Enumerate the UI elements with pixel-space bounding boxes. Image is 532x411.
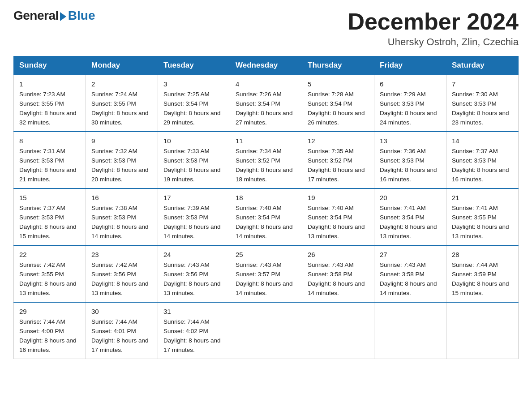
calendar-cell (302, 302, 374, 359)
calendar-cell: 2Sunrise: 7:24 AMSunset: 3:55 PMDaylight… (86, 75, 158, 132)
calendar-cell: 23Sunrise: 7:42 AMSunset: 3:56 PMDayligh… (86, 245, 158, 302)
calendar-cell: 21Sunrise: 7:41 AMSunset: 3:55 PMDayligh… (446, 188, 519, 245)
calendar-cell: 3Sunrise: 7:25 AMSunset: 3:54 PMDaylight… (158, 75, 230, 132)
calendar-table: SundayMondayTuesdayWednesdayThursdayFrid… (13, 56, 519, 359)
calendar-header-tuesday: Tuesday (158, 56, 230, 75)
cell-sunrise: Sunrise: 7:26 AMSunset: 3:54 PMDaylight:… (236, 91, 293, 126)
calendar-cell (446, 302, 519, 359)
cell-sunrise: Sunrise: 7:31 AMSunset: 3:53 PMDaylight:… (19, 148, 77, 183)
cell-sunrise: Sunrise: 7:40 AMSunset: 3:54 PMDaylight:… (236, 205, 293, 240)
calendar-cell: 26Sunrise: 7:43 AMSunset: 3:58 PMDayligh… (302, 245, 374, 302)
calendar-cell (230, 302, 302, 359)
calendar-cell: 29Sunrise: 7:44 AMSunset: 4:00 PMDayligh… (14, 302, 86, 359)
calendar-cell: 24Sunrise: 7:43 AMSunset: 3:56 PMDayligh… (158, 245, 230, 302)
day-number: 9 (91, 136, 152, 146)
day-number: 12 (308, 136, 369, 146)
day-number: 5 (308, 79, 369, 89)
cell-sunrise: Sunrise: 7:34 AMSunset: 3:52 PMDaylight:… (236, 148, 293, 183)
day-number: 24 (163, 249, 224, 260)
day-number: 6 (380, 79, 441, 89)
calendar-cell: 20Sunrise: 7:41 AMSunset: 3:54 PMDayligh… (374, 188, 446, 245)
cell-sunrise: Sunrise: 7:28 AMSunset: 3:54 PMDaylight:… (308, 91, 365, 126)
day-number: 3 (163, 79, 224, 89)
cell-sunrise: Sunrise: 7:36 AMSunset: 3:53 PMDaylight:… (380, 148, 437, 183)
day-number: 10 (163, 136, 224, 146)
calendar-cell: 5Sunrise: 7:28 AMSunset: 3:54 PMDaylight… (302, 75, 374, 132)
cell-sunrise: Sunrise: 7:43 AMSunset: 3:58 PMDaylight:… (380, 261, 437, 296)
cell-sunrise: Sunrise: 7:38 AMSunset: 3:53 PMDaylight:… (91, 205, 149, 240)
calendar-week-row: 22Sunrise: 7:42 AMSunset: 3:55 PMDayligh… (14, 245, 519, 302)
day-number: 22 (19, 249, 80, 260)
calendar-cell: 12Sunrise: 7:35 AMSunset: 3:52 PMDayligh… (302, 132, 374, 188)
calendar-cell: 25Sunrise: 7:43 AMSunset: 3:57 PMDayligh… (230, 245, 302, 302)
cell-sunrise: Sunrise: 7:37 AMSunset: 3:53 PMDaylight:… (19, 205, 77, 240)
cell-sunrise: Sunrise: 7:41 AMSunset: 3:55 PMDaylight:… (452, 205, 509, 240)
day-number: 7 (452, 79, 513, 89)
cell-sunrise: Sunrise: 7:35 AMSunset: 3:52 PMDaylight:… (308, 148, 365, 183)
day-number: 25 (236, 249, 296, 260)
cell-sunrise: Sunrise: 7:43 AMSunset: 3:56 PMDaylight:… (163, 261, 221, 296)
calendar-cell: 27Sunrise: 7:43 AMSunset: 3:58 PMDayligh… (374, 245, 446, 302)
page-header: General Blue December 2024 Uhersky Ostro… (13, 9, 519, 48)
calendar-header-wednesday: Wednesday (230, 56, 302, 75)
day-number: 2 (91, 79, 152, 89)
calendar-cell: 31Sunrise: 7:44 AMSunset: 4:02 PMDayligh… (158, 302, 230, 359)
calendar-header-sunday: Sunday (14, 56, 86, 75)
day-number: 26 (308, 249, 369, 260)
logo-arrow-icon (60, 12, 66, 21)
location-title: Uhersky Ostroh, Zlin, Czechia (348, 36, 519, 48)
cell-sunrise: Sunrise: 7:40 AMSunset: 3:54 PMDaylight:… (308, 205, 365, 240)
day-number: 23 (91, 249, 152, 260)
cell-sunrise: Sunrise: 7:44 AMSunset: 3:59 PMDaylight:… (452, 261, 509, 296)
calendar-cell: 14Sunrise: 7:37 AMSunset: 3:53 PMDayligh… (446, 132, 519, 188)
calendar-week-row: 1Sunrise: 7:23 AMSunset: 3:55 PMDaylight… (14, 75, 519, 132)
calendar-cell: 7Sunrise: 7:30 AMSunset: 3:53 PMDaylight… (446, 75, 519, 132)
day-number: 29 (19, 306, 80, 317)
logo-blue-text: Blue (68, 9, 95, 23)
day-number: 21 (452, 193, 513, 203)
cell-sunrise: Sunrise: 7:39 AMSunset: 3:53 PMDaylight:… (163, 205, 221, 240)
day-number: 8 (19, 136, 80, 146)
calendar-header-thursday: Thursday (302, 56, 374, 75)
cell-sunrise: Sunrise: 7:43 AMSunset: 3:57 PMDaylight:… (236, 261, 293, 296)
cell-sunrise: Sunrise: 7:33 AMSunset: 3:53 PMDaylight:… (163, 148, 221, 183)
cell-sunrise: Sunrise: 7:42 AMSunset: 3:55 PMDaylight:… (19, 261, 77, 296)
day-number: 11 (236, 136, 296, 146)
day-number: 31 (163, 306, 224, 317)
cell-sunrise: Sunrise: 7:25 AMSunset: 3:54 PMDaylight:… (163, 91, 221, 126)
calendar-cell: 30Sunrise: 7:44 AMSunset: 4:01 PMDayligh… (86, 302, 158, 359)
cell-sunrise: Sunrise: 7:32 AMSunset: 3:53 PMDaylight:… (91, 148, 149, 183)
day-number: 18 (236, 193, 296, 203)
calendar-cell: 11Sunrise: 7:34 AMSunset: 3:52 PMDayligh… (230, 132, 302, 188)
calendar-cell: 9Sunrise: 7:32 AMSunset: 3:53 PMDaylight… (86, 132, 158, 188)
day-number: 1 (19, 79, 80, 89)
day-number: 19 (308, 193, 369, 203)
day-number: 4 (236, 79, 296, 89)
day-number: 16 (91, 193, 152, 203)
calendar-week-row: 8Sunrise: 7:31 AMSunset: 3:53 PMDaylight… (14, 132, 519, 188)
day-number: 27 (380, 249, 441, 260)
calendar-week-row: 15Sunrise: 7:37 AMSunset: 3:53 PMDayligh… (14, 188, 519, 245)
calendar-cell: 17Sunrise: 7:39 AMSunset: 3:53 PMDayligh… (158, 188, 230, 245)
calendar-cell: 28Sunrise: 7:44 AMSunset: 3:59 PMDayligh… (446, 245, 519, 302)
cell-sunrise: Sunrise: 7:23 AMSunset: 3:55 PMDaylight:… (19, 91, 77, 126)
cell-sunrise: Sunrise: 7:24 AMSunset: 3:55 PMDaylight:… (91, 91, 149, 126)
logo: General Blue (13, 9, 95, 23)
cell-sunrise: Sunrise: 7:44 AMSunset: 4:00 PMDaylight:… (19, 318, 77, 353)
calendar-week-row: 29Sunrise: 7:44 AMSunset: 4:00 PMDayligh… (14, 302, 519, 359)
logo-general-text: General (13, 9, 59, 23)
cell-sunrise: Sunrise: 7:37 AMSunset: 3:53 PMDaylight:… (452, 148, 509, 183)
calendar-cell: 16Sunrise: 7:38 AMSunset: 3:53 PMDayligh… (86, 188, 158, 245)
day-number: 13 (380, 136, 441, 146)
calendar-cell: 22Sunrise: 7:42 AMSunset: 3:55 PMDayligh… (14, 245, 86, 302)
title-block: December 2024 Uhersky Ostroh, Zlin, Czec… (348, 9, 519, 48)
day-number: 15 (19, 193, 80, 203)
calendar-cell: 13Sunrise: 7:36 AMSunset: 3:53 PMDayligh… (374, 132, 446, 188)
calendar-header-saturday: Saturday (446, 56, 519, 75)
calendar-cell: 1Sunrise: 7:23 AMSunset: 3:55 PMDaylight… (14, 75, 86, 132)
calendar-cell: 4Sunrise: 7:26 AMSunset: 3:54 PMDaylight… (230, 75, 302, 132)
day-number: 14 (452, 136, 513, 146)
calendar-cell: 19Sunrise: 7:40 AMSunset: 3:54 PMDayligh… (302, 188, 374, 245)
day-number: 17 (163, 193, 224, 203)
day-number: 20 (380, 193, 441, 203)
